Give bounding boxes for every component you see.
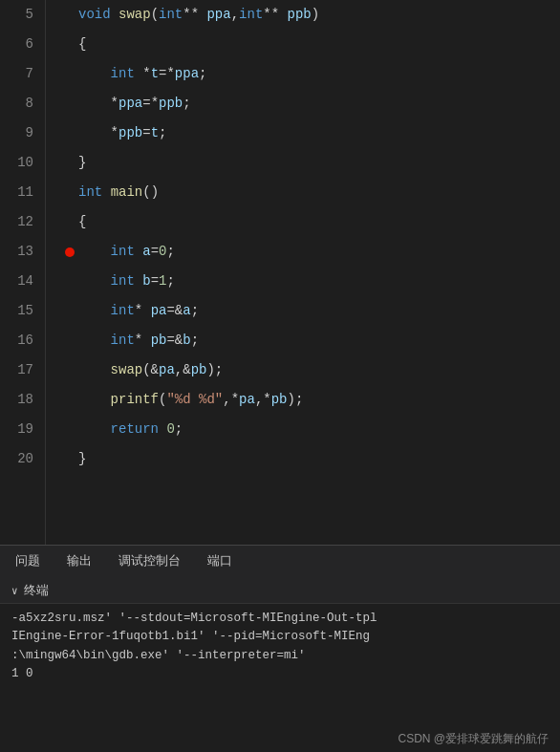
- token-param: t: [151, 59, 159, 89]
- token-plain: ;: [159, 118, 166, 148]
- token-plain: ,*: [255, 385, 271, 415]
- terminal-title: 终端: [24, 582, 49, 599]
- token-plain: *: [135, 59, 151, 89]
- token-param: pa: [151, 296, 167, 326]
- watermark: CSDN @爱排球爱跳舞的航仔: [398, 730, 549, 748]
- panel-tab[interactable]: 调试控制台: [115, 546, 184, 578]
- token-kw: int: [111, 296, 135, 326]
- panel-tab[interactable]: 输出: [63, 546, 96, 578]
- token-plain: ;: [183, 89, 190, 118]
- panel-tab[interactable]: 问题: [11, 546, 44, 578]
- terminal-content: -a5xz2sru.msz' '--stdout=Microsoft-MIEng…: [0, 604, 560, 690]
- token-plain: ): [312, 0, 319, 30]
- token-param: pb: [151, 326, 167, 355]
- token-plain: **: [183, 0, 206, 30]
- token-param: a: [183, 296, 190, 326]
- token-plain: =&: [166, 296, 183, 326]
- indent: [78, 89, 111, 118]
- token-fn: swap: [111, 355, 143, 385]
- code-line: return 0;: [61, 415, 560, 444]
- token-fn: printf: [111, 385, 159, 415]
- token-plain: [135, 237, 142, 267]
- token-fn: main: [111, 178, 143, 207]
- token-kw: int: [111, 59, 135, 89]
- token-plain: ;: [191, 296, 199, 326]
- token-plain: *: [111, 118, 118, 148]
- code-line: {: [61, 207, 560, 237]
- token-plain: ,*: [223, 385, 239, 415]
- breakpoint-column: [61, 247, 78, 257]
- token-plain: [159, 415, 166, 444]
- code-line: *ppb=t;: [61, 118, 560, 148]
- token-param: t: [151, 118, 159, 148]
- panel-tab[interactable]: 端口: [204, 546, 236, 578]
- token-plain: }: [78, 444, 86, 474]
- token-plain: =&: [166, 326, 183, 355]
- token-kw: int: [159, 0, 183, 30]
- indent: [78, 237, 111, 267]
- token-plain: *: [135, 326, 151, 355]
- code-line: *ppa=*ppb;: [61, 89, 560, 118]
- code-line: swap(&pa,&pb);: [61, 355, 560, 385]
- token-param: ppa: [175, 59, 199, 89]
- token-plain: **: [263, 0, 287, 30]
- token-param: ppb: [159, 89, 183, 118]
- editor-area: 567891011121314151617181920 void swap(in…: [0, 0, 560, 545]
- token-param: b: [142, 267, 150, 296]
- code-line: int* pb=&b;: [61, 326, 560, 355]
- indent: [78, 118, 111, 148]
- code-line: void swap(int** ppa,int** ppb): [61, 0, 560, 30]
- token-plain: ;: [166, 267, 174, 296]
- token-param: pa: [159, 355, 175, 385]
- token-num: 0: [159, 237, 166, 267]
- token-plain: =: [151, 237, 159, 267]
- code-line: int b=1;: [61, 267, 560, 296]
- token-plain: (: [151, 0, 159, 30]
- terminal-line: -a5xz2sru.msz' '--stdout=Microsoft-MIEng…: [11, 610, 549, 628]
- token-plain: }: [78, 148, 86, 178]
- token-str: "%d %d": [166, 385, 223, 415]
- token-param: ppb: [118, 118, 142, 148]
- token-kw: int: [111, 237, 135, 267]
- token-plain: (: [159, 385, 166, 415]
- token-plain: );: [206, 355, 223, 385]
- code-lines[interactable]: void swap(int** ppa,int** ppb){ int *t=*…: [46, 0, 560, 545]
- token-kw: int: [78, 178, 102, 207]
- terminal-line: :\mingw64\bin\gdb.exe' '--interpreter=mi…: [11, 647, 549, 665]
- code-line: printf("%d %d",*pa,*pb);: [61, 385, 560, 415]
- token-plain: ,: [231, 0, 239, 30]
- indent: [78, 296, 111, 326]
- token-param: a: [142, 237, 150, 267]
- terminal-header: ∨ 终端: [0, 578, 560, 604]
- token-plain: (&: [142, 355, 159, 385]
- indent: [78, 267, 111, 296]
- terminal-section: ∨ 终端 -a5xz2sru.msz' '--stdout=Microsoft-…: [0, 578, 560, 752]
- code-line: }: [61, 444, 560, 474]
- token-param: pa: [239, 385, 255, 415]
- token-plain: =*: [159, 59, 175, 89]
- token-param: ppa: [118, 89, 142, 118]
- token-param: pb: [271, 385, 288, 415]
- token-plain: );: [288, 385, 304, 415]
- token-plain: =*: [142, 89, 159, 118]
- token-param: ppa: [206, 0, 230, 30]
- code-line: int a=0;: [61, 237, 560, 267]
- token-kw: int: [111, 267, 135, 296]
- token-num: 0: [166, 415, 174, 444]
- token-fn: swap: [118, 0, 151, 30]
- token-plain: *: [135, 296, 151, 326]
- token-plain: ;: [191, 326, 199, 355]
- token-param: ppb: [288, 0, 312, 30]
- token-kw: int: [239, 0, 263, 30]
- code-line: {: [61, 30, 560, 59]
- terminal-line: 1 0: [11, 665, 549, 683]
- code-line: int* pa=&a;: [61, 296, 560, 326]
- token-plain: [102, 178, 110, 207]
- token-kw: void: [78, 0, 111, 30]
- breakpoint-dot: [65, 247, 75, 257]
- token-plain: ,&: [175, 355, 191, 385]
- token-plain: [111, 0, 118, 30]
- indent: [78, 326, 111, 355]
- indent: [78, 385, 111, 415]
- code-line: int *t=*ppa;: [61, 59, 560, 89]
